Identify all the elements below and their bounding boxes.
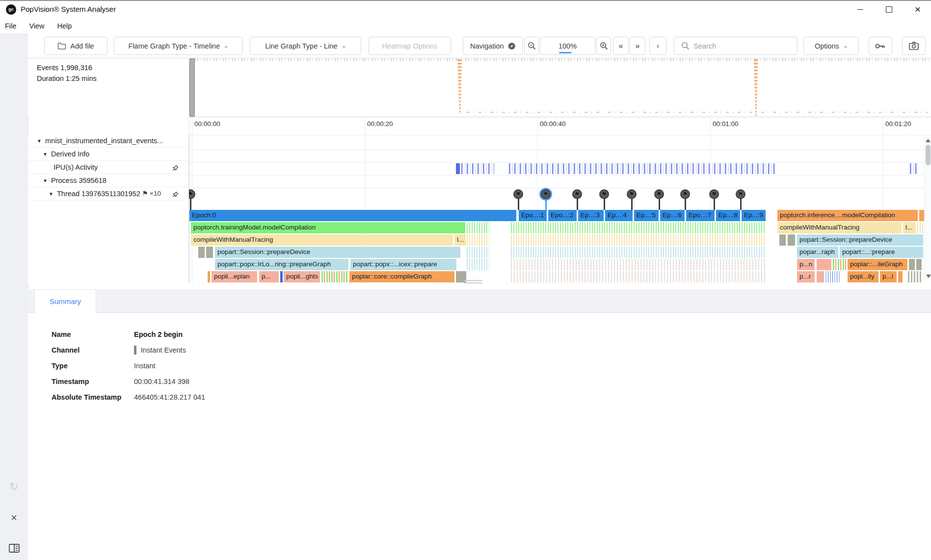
flame-segment[interactable]: Epo...:2: [548, 210, 577, 221]
reading-pane-icon[interactable]: [0, 538, 28, 558]
flame-segment[interactable]: Ep...:3: [578, 210, 604, 221]
tree-row[interactable]: ▼Thread 139763511301952⚑ ×10: [28, 187, 188, 201]
zoom-level-field[interactable]: 100%: [540, 37, 595, 55]
minimize-button[interactable]: [849, 1, 872, 18]
line-graph-type-dropdown[interactable]: Line Graph Type - Line ⌄: [250, 37, 361, 55]
flame-segment[interactable]: [833, 259, 846, 270]
refresh-icon[interactable]: ↻: [0, 477, 28, 497]
flame-segment[interactable]: compileWithManualTracing: [777, 222, 902, 233]
flame-segment[interactable]: [198, 247, 205, 258]
flame-segment[interactable]: [917, 222, 923, 233]
menu-file[interactable]: File: [5, 22, 16, 30]
flame-segment[interactable]: [280, 271, 283, 282]
flame-segment[interactable]: [817, 259, 831, 270]
flame-segment[interactable]: [467, 234, 489, 246]
flame-graph-type-dropdown[interactable]: Flame Graph Type - Timeline ⌄: [114, 37, 243, 55]
instant-event-flag-marker[interactable]: ⚑: [513, 189, 523, 199]
flame-segment[interactable]: p...: [259, 271, 279, 282]
caret-down-icon[interactable]: ▼: [43, 148, 51, 161]
scrollbar-thumb[interactable]: [926, 145, 931, 165]
flame-segment[interactable]: p...l: [880, 271, 897, 282]
zoom-in-button[interactable]: [596, 37, 611, 55]
flame-segment[interactable]: Ep...:6: [660, 210, 685, 221]
flame-segment[interactable]: Ep...:9: [742, 210, 766, 221]
instant-event-flag-marker[interactable]: ⚑: [572, 189, 582, 199]
zoom-out-button[interactable]: [524, 37, 539, 55]
flame-segment[interactable]: [909, 259, 915, 270]
flame-segment[interactable]: Ep...:8: [716, 210, 740, 221]
flame-segment[interactable]: Ep...:4: [605, 210, 633, 221]
flame-segment[interactable]: popart::Session::prepareDevice: [215, 247, 460, 258]
ipu-activity-bars[interactable]: [461, 163, 494, 174]
navigation-toggle[interactable]: Navigation: [463, 37, 523, 55]
scroll-up-arrow-icon[interactable]: [926, 139, 931, 142]
flame-segment[interactable]: [817, 271, 824, 282]
flame-segment[interactable]: [208, 271, 210, 282]
add-file-button[interactable]: Add file: [44, 37, 107, 55]
flame-segment[interactable]: Epo...:1: [519, 210, 547, 221]
screenshot-button[interactable]: [902, 37, 926, 55]
instant-event-flag-marker[interactable]: ⚑: [599, 189, 609, 199]
flame-segment[interactable]: compileWithManualTracing: [191, 234, 453, 246]
search-input[interactable]: Search: [674, 37, 798, 55]
tree-row[interactable]: ▼mnist_instrumented_instant_events...: [28, 134, 188, 148]
tab-summary[interactable]: Summary: [34, 289, 96, 313]
caret-down-icon[interactable]: ▼: [49, 188, 57, 201]
instant-event-flag-marker[interactable]: ⚑: [654, 189, 664, 199]
flame-segment[interactable]: [467, 259, 489, 270]
step-back-button[interactable]: ‹: [649, 37, 666, 55]
flame-segment[interactable]: popli...eplan: [212, 271, 257, 282]
flame-segment[interactable]: [467, 247, 489, 258]
flame-segment[interactable]: Epo...:7: [686, 210, 715, 221]
flame-segment[interactable]: [511, 247, 766, 258]
flame-segment[interactable]: p...n: [797, 259, 815, 270]
menu-view[interactable]: View: [29, 22, 44, 30]
instant-event-flag-marker[interactable]: ⚑: [736, 189, 745, 199]
clear-close-icon[interactable]: ×: [0, 508, 28, 528]
flame-segment[interactable]: [788, 234, 795, 246]
flame-segment[interactable]: popart::...:prepare: [840, 247, 923, 258]
flame-segment[interactable]: [511, 222, 766, 233]
tree-row[interactable]: IPU(s) Activity: [28, 161, 188, 174]
flame-segment[interactable]: [916, 259, 922, 270]
flame-segment[interactable]: popart::popx::IrLo...ring::prepareGraph: [215, 259, 348, 270]
flame-segment[interactable]: poptorch.trainingModel.modelCompilation: [191, 222, 465, 233]
minimap-viewport-handle[interactable]: [189, 58, 195, 117]
flame-segment[interactable]: [922, 210, 924, 221]
flame-segment[interactable]: Epoch:0: [189, 210, 516, 221]
flame-segment[interactable]: popl...lly: [848, 271, 878, 282]
close-window-button[interactable]: ×: [906, 1, 929, 18]
tree-row[interactable]: ▼Process 3595618: [28, 174, 188, 187]
scroll-down-arrow-icon[interactable]: [926, 275, 931, 278]
flame-segment[interactable]: popar...raph: [797, 247, 838, 258]
timeline-minimap[interactable]: [189, 58, 931, 117]
flame-segment[interactable]: l...: [903, 222, 916, 233]
flame-segment[interactable]: [779, 234, 786, 246]
flame-segment[interactable]: [825, 271, 841, 282]
flame-segment[interactable]: [467, 222, 489, 233]
flame-segment[interactable]: [898, 271, 903, 282]
flame-segment[interactable]: l...: [454, 234, 466, 246]
flame-segment[interactable]: popli...ghts: [284, 271, 320, 282]
flame-segment[interactable]: Ep...:5: [634, 210, 659, 221]
key-button[interactable]: [869, 37, 892, 55]
caret-down-icon[interactable]: ▼: [43, 175, 51, 187]
options-dropdown[interactable]: Options ⌄: [803, 37, 859, 55]
instant-event-flag-marker[interactable]: ⚑: [709, 189, 719, 199]
caret-down-icon[interactable]: ▼: [37, 135, 45, 148]
ipu-activity-bars[interactable]: [910, 163, 918, 174]
pin-icon[interactable]: [171, 190, 179, 203]
chart-area[interactable]: 00:00:0000:00:2000:00:4000:01:0000:01:20…: [189, 117, 931, 283]
instant-event-flag-marker[interactable]: ⚑: [541, 189, 551, 199]
flame-segment[interactable]: popart::popx::...icex::prepare: [350, 259, 456, 270]
flame-segment[interactable]: [321, 271, 348, 282]
instant-event-flag-marker[interactable]: ⚑: [680, 189, 690, 199]
chart-vertical-scrollbar[interactable]: [924, 137, 931, 280]
ipu-activity-bar[interactable]: [456, 163, 460, 174]
flame-segment[interactable]: poplar::core::compileGraph: [349, 271, 454, 282]
instant-event-flag-marker[interactable]: ⚑: [627, 189, 637, 199]
flame-segment[interactable]: p...r: [797, 271, 815, 282]
tree-row[interactable]: ▼Derived Info: [28, 148, 188, 161]
flame-segment[interactable]: poplar::...ileGraph: [848, 259, 907, 270]
panel-splitter-grip[interactable]: [464, 280, 482, 285]
